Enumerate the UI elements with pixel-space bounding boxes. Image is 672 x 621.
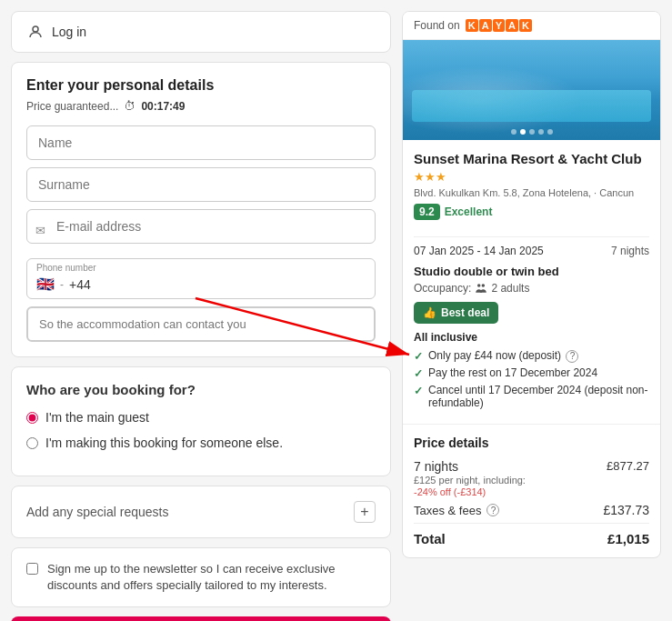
phone-label: Phone number xyxy=(36,263,96,273)
phone-wrapper[interactable]: Phone number 🇬🇧 - +44 xyxy=(26,258,376,299)
image-dots xyxy=(511,129,553,135)
rating-badge: 9.2 Excellent xyxy=(414,204,492,220)
taxes-price: £137.73 xyxy=(603,503,649,517)
check-text-3: Cancel until 17 December 2024 (deposit n… xyxy=(428,384,649,409)
person-icon-1 xyxy=(475,282,487,295)
flag-icon: 🇬🇧 xyxy=(36,275,55,293)
total-row: Total £1,015 xyxy=(414,523,649,546)
user-icon xyxy=(26,23,45,41)
timer-icon: ⏱ xyxy=(124,99,135,113)
nights-label: 7 nights xyxy=(611,245,649,257)
adults-label: 2 adults xyxy=(491,282,529,295)
hotel-address: Blvd. Kukulkan Km. 5.8, Zona Hotelena, ·… xyxy=(414,187,649,198)
right-column: Found on K A Y A K xyxy=(402,11,661,621)
dates-label: 07 Jan 2025 - 14 Jan 2025 xyxy=(414,245,544,257)
check-item-3: ✓ Cancel until 17 December 2024 (deposit… xyxy=(414,384,649,409)
kayak-y: Y xyxy=(493,19,505,32)
total-label: Total xyxy=(414,531,446,546)
hotel-image xyxy=(403,40,660,140)
phone-code: +44 xyxy=(69,277,91,292)
room-type: Studio double or twin bed xyxy=(414,265,649,278)
image-dot-4 xyxy=(547,129,553,135)
rating-label: Excellent xyxy=(445,205,493,218)
radio-someone-else-input[interactable] xyxy=(26,437,38,449)
divider-1 xyxy=(414,236,649,237)
check-item-2: ✓ Pay the rest on 17 December 2024 xyxy=(414,366,649,380)
svg-point-2 xyxy=(33,26,38,32)
email-icon: ✉ xyxy=(35,224,45,237)
nights-price-label: 7 nights £125 per night, including: -24%… xyxy=(414,459,526,497)
booking-for-card: Who are you booking for? I'm the main gu… xyxy=(11,366,391,476)
email-input[interactable] xyxy=(26,209,376,244)
found-on-label: Found on xyxy=(414,19,460,32)
radio-someone-else-label: I'm making this booking for someone else… xyxy=(45,436,283,450)
login-card: Log in xyxy=(11,11,391,53)
discount-text: -24% off (-£314) xyxy=(414,486,526,497)
proceed-button[interactable]: Proceed to final step › xyxy=(11,616,391,621)
price-details-section: Price details 7 nights £125 per night, i… xyxy=(403,424,660,557)
svg-point-3 xyxy=(477,284,481,287)
timer-value: 00:17:49 xyxy=(141,100,185,113)
price-guarantee-text: Price guaranteed... xyxy=(26,100,118,113)
check-icon-1: ✓ xyxy=(414,350,423,363)
contact-note-input[interactable] xyxy=(26,306,376,342)
taxes-info-icon[interactable]: ? xyxy=(486,504,499,516)
hotel-card: Found on K A Y A K xyxy=(402,11,661,558)
nights-price-row: 7 nights £125 per night, including: -24%… xyxy=(414,459,649,497)
personal-details-card: Enter your personal details Price guaran… xyxy=(11,62,391,357)
image-dot-3 xyxy=(538,129,544,135)
kayak-a2: A xyxy=(506,19,518,32)
check-text-2: Pay the rest on 17 December 2024 xyxy=(428,366,597,379)
special-requests-card: Add any special requests + xyxy=(11,486,391,538)
best-deal-label: Best deal xyxy=(441,306,489,319)
check-item-1: ✓ Only pay £44 now (deposit) ? xyxy=(414,349,649,363)
newsletter-text: Sign me up to the newsletter so I can re… xyxy=(47,561,376,594)
image-dot-2 xyxy=(529,129,535,135)
add-special-requests-button[interactable]: + xyxy=(354,501,376,523)
image-dot-0 xyxy=(511,129,517,135)
occupancy-row: Occupancy: 2 adults xyxy=(414,282,649,295)
image-dot-1 xyxy=(520,129,526,135)
kayak-a1: A xyxy=(479,19,492,32)
section-title: Enter your personal details xyxy=(26,77,376,94)
newsletter-checkbox[interactable] xyxy=(26,563,38,575)
check-icon-3: ✓ xyxy=(414,385,423,397)
svg-point-4 xyxy=(482,284,486,287)
best-deal-badge: 👍 Best deal xyxy=(414,302,498,324)
booking-for-title: Who are you booking for? xyxy=(26,382,376,397)
name-input[interactable] xyxy=(26,125,376,160)
found-on-bar: Found on K A Y A K xyxy=(403,12,660,40)
per-night-text: £125 per night, including: xyxy=(414,475,526,486)
info-icon-1[interactable]: ? xyxy=(566,350,578,363)
pool-area xyxy=(412,90,651,122)
login-label[interactable]: Log in xyxy=(52,25,86,39)
left-column: Log in Enter your personal details Price… xyxy=(11,11,391,621)
nights-price-value: £877.27 xyxy=(607,459,649,473)
taxes-label: Taxes & fees ? xyxy=(414,504,499,517)
price-guarantee-row: Price guaranteed... ⏱ 00:17:49 xyxy=(26,99,376,113)
rating-score: 9.2 xyxy=(414,204,440,220)
taxes-row: Taxes & fees ? £137.73 xyxy=(414,503,649,517)
price-details-title: Price details xyxy=(414,436,649,450)
newsletter-card: Sign me up to the newsletter so I can re… xyxy=(11,547,391,607)
thumbs-up-icon: 👍 xyxy=(423,306,436,319)
phone-separator: - xyxy=(60,278,64,291)
radio-someone-else[interactable]: I'm making this booking for someone else… xyxy=(26,436,376,450)
email-wrapper: ✉ xyxy=(26,209,376,251)
radio-main-guest-input[interactable] xyxy=(26,412,38,424)
hotel-image-inner xyxy=(403,40,660,140)
special-requests-row: Add any special requests + xyxy=(26,501,376,523)
kayak-logo: K A Y A K xyxy=(466,19,532,32)
special-requests-label: Add any special requests xyxy=(26,505,168,519)
total-value: £1,015 xyxy=(607,531,649,546)
dates-row: 07 Jan 2025 - 14 Jan 2025 7 nights xyxy=(414,245,649,257)
kayak-k: K xyxy=(466,19,478,32)
radio-main-guest[interactable]: I'm the main guest xyxy=(26,410,376,425)
surname-input[interactable] xyxy=(26,167,376,202)
check-icon-2: ✓ xyxy=(414,367,423,380)
kayak-k2: K xyxy=(519,19,532,32)
check-text-1: Only pay £44 now (deposit) ? xyxy=(428,349,578,363)
occupancy-label: Occupancy: xyxy=(414,282,471,295)
hotel-name: Sunset Marina Resort & Yacht Club xyxy=(414,151,649,166)
all-inclusive-label: All inclusive xyxy=(414,331,649,344)
